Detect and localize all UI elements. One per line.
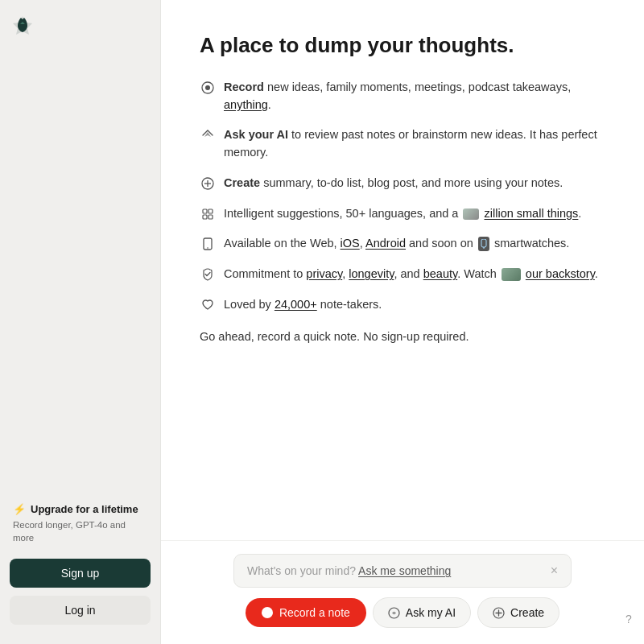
create-button-label: Create xyxy=(510,606,544,619)
svg-rect-5 xyxy=(203,209,207,213)
feature-loved: Loved by 24,000+ note-takers. xyxy=(200,296,605,314)
input-box[interactable]: What's on your mind? Ask me something × xyxy=(233,554,572,588)
record-dot-icon xyxy=(262,607,273,618)
svg-point-1 xyxy=(205,85,210,90)
main-content: A place to dump your thoughts. Record ne… xyxy=(161,0,644,644)
sidebar-bottom: ⚡ Upgrade for a lifetime Record longer, … xyxy=(10,497,151,631)
feature-record: Record new ideas, family moments, meetin… xyxy=(200,79,605,114)
svg-rect-8 xyxy=(208,215,213,219)
feature-privacy: Commitment to privacy, longevity, and be… xyxy=(200,266,605,283)
svg-point-10 xyxy=(207,247,208,249)
action-buttons: Record a note Ask my AI xyxy=(246,597,559,628)
feature-list: Record new ideas, family moments, meetin… xyxy=(200,79,605,314)
upgrade-box: ⚡ Upgrade for a lifetime Record longer, … xyxy=(10,497,151,551)
cta-text: Go ahead, record a quick note. No sign-u… xyxy=(200,330,605,343)
input-placeholder-text: What's on your mind? xyxy=(247,564,356,577)
page-title: A place to dump your thoughts. xyxy=(200,32,605,60)
sidebar: ⚡ Upgrade for a lifetime Record longer, … xyxy=(0,0,161,644)
upgrade-icon: ⚡ xyxy=(13,503,26,515)
feature-loved-text: Loved by 24,000+ note-takers. xyxy=(224,296,382,314)
ask-ai-icon xyxy=(200,127,216,143)
feature-suggestions: Intelligent suggestions, 50+ languages, … xyxy=(200,205,605,223)
logo-icon xyxy=(10,13,35,39)
feature-availability-text: Available on the Web, iOS, Android and s… xyxy=(224,235,569,253)
upgrade-title-text: Upgrade for a lifetime xyxy=(31,503,138,515)
mobile-icon xyxy=(200,236,216,252)
record-note-button[interactable]: Record a note xyxy=(246,598,366,627)
record-icon xyxy=(200,80,216,96)
content-area: A place to dump your thoughts. Record ne… xyxy=(161,0,644,540)
bottom-bar: What's on your mind? Ask me something × … xyxy=(161,540,644,644)
upgrade-description: Record longer, GPT-4o and more xyxy=(13,518,147,544)
ask-ai-button-icon xyxy=(388,607,400,619)
create-button-icon xyxy=(493,607,505,619)
feature-create: Create summary, to-do list, blog post, a… xyxy=(200,175,605,192)
create-icon xyxy=(200,175,216,192)
privacy-icon xyxy=(200,266,216,283)
login-button[interactable]: Log in xyxy=(10,596,151,625)
logo xyxy=(10,13,151,39)
ask-ai-button-label: Ask my AI xyxy=(406,606,456,619)
record-button-label: Record a note xyxy=(279,606,350,619)
feature-ask-ai-text: Ask your AI to review past notes or brai… xyxy=(224,126,605,162)
svg-rect-11 xyxy=(481,239,486,247)
feature-suggestions-text: Intelligent suggestions, 50+ languages, … xyxy=(224,205,581,223)
help-button[interactable]: ? xyxy=(620,610,638,628)
svg-rect-6 xyxy=(208,209,213,213)
ask-ai-button[interactable]: Ask my AI xyxy=(373,597,471,628)
feature-availability: Available on the Web, iOS, Android and s… xyxy=(200,235,605,253)
upgrade-title: ⚡ Upgrade for a lifetime xyxy=(13,503,147,515)
suggestions-icon xyxy=(200,206,216,222)
feature-create-text: Create summary, to-do list, blog post, a… xyxy=(224,175,563,192)
signup-button[interactable]: Sign up xyxy=(10,559,151,588)
feature-record-text: Record new ideas, family moments, meetin… xyxy=(224,79,605,114)
feature-privacy-text: Commitment to privacy, longevity, and be… xyxy=(224,266,598,283)
svg-rect-7 xyxy=(203,215,207,219)
create-button[interactable]: Create xyxy=(477,597,559,628)
loved-icon xyxy=(200,297,216,313)
input-placeholder: What's on your mind? Ask me something xyxy=(247,564,451,577)
close-icon[interactable]: × xyxy=(551,564,558,577)
ask-link[interactable]: Ask me something xyxy=(358,564,451,577)
feature-ask-ai: Ask your AI to review past notes or brai… xyxy=(200,126,605,162)
